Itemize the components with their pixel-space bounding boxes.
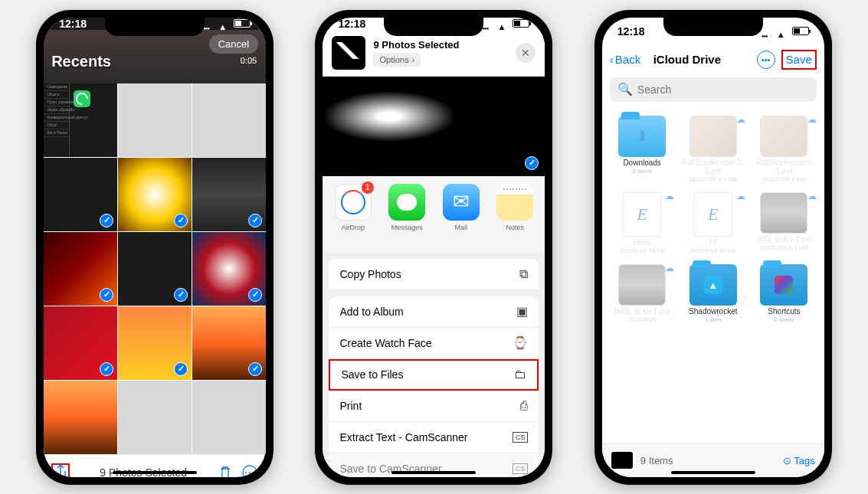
app-notes[interactable]: Notes bbox=[490, 184, 541, 245]
more-button[interactable] bbox=[241, 464, 258, 477]
phone-1: 12:18 Recents Cancel 0:05 Освещение Обои… bbox=[36, 10, 274, 485]
status-time: 12:18 bbox=[617, 25, 645, 38]
grid-cell[interactable] bbox=[192, 232, 266, 306]
grid-cell[interactable] bbox=[118, 232, 192, 306]
check-icon bbox=[248, 288, 262, 302]
folder-icon: ⬇ bbox=[618, 116, 666, 157]
grid-cell[interactable] bbox=[118, 381, 192, 454]
share-button[interactable] bbox=[51, 463, 70, 477]
battery-icon bbox=[792, 27, 809, 35]
check-icon bbox=[100, 362, 113, 376]
grid-cell[interactable] bbox=[44, 381, 117, 454]
grid-cell[interactable] bbox=[44, 306, 117, 380]
download-arrow-icon: ⬇ bbox=[636, 127, 649, 146]
whatsapp-icon bbox=[74, 90, 90, 107]
shortcuts-icon bbox=[775, 276, 793, 294]
cancel-button[interactable]: Cancel bbox=[209, 34, 258, 54]
save-button[interactable]: Save bbox=[781, 50, 817, 70]
mail-icon bbox=[443, 184, 480, 221]
share-header: 9 Photos Selected Options› ✕ bbox=[323, 30, 545, 77]
file-item[interactable]: ☁ IMG_6563-1.pvt 2022/7/25 6.1 MB bbox=[750, 192, 818, 255]
doc-icon: E bbox=[623, 192, 661, 237]
status-time: 12:18 bbox=[59, 18, 87, 30]
preview-area[interactable] bbox=[323, 77, 545, 176]
image-thumb bbox=[760, 192, 807, 234]
folder-icon: ▲ bbox=[689, 264, 737, 306]
preview-thumb bbox=[332, 36, 365, 70]
watch-icon: ⌚ bbox=[513, 335, 528, 350]
grid-cell[interactable]: Освещение Обои и Пункт управления Экран … bbox=[44, 83, 117, 157]
action-extract-text[interactable]: Extract Text - CamScannerCS bbox=[329, 422, 539, 453]
grid-cell[interactable] bbox=[118, 158, 192, 231]
nav-bar: ‹Back iCloud Drive ••• Save bbox=[602, 45, 824, 74]
grid-cell[interactable] bbox=[192, 381, 266, 454]
folder-icon: 🗀 bbox=[514, 368, 526, 381]
cloud-icon: ☁ bbox=[736, 114, 745, 125]
cloud-icon: ☁ bbox=[736, 191, 745, 201]
action-print[interactable]: Print⎙ bbox=[329, 391, 539, 422]
grid-cell[interactable] bbox=[118, 306, 192, 380]
print-icon: ⎙ bbox=[520, 399, 528, 413]
action-save-to-files[interactable]: Save to Files🗀 bbox=[329, 359, 539, 391]
cloud-icon: ☁ bbox=[665, 191, 674, 201]
more-button[interactable]: ••• bbox=[757, 51, 775, 69]
search-input[interactable] bbox=[637, 83, 809, 96]
action-add-to-album[interactable]: Add to Album▣ bbox=[329, 296, 539, 328]
search-field[interactable]: 🔍 bbox=[610, 77, 817, 102]
image-thumb bbox=[689, 116, 737, 157]
home-indicator[interactable] bbox=[113, 471, 197, 474]
grid-cell[interactable] bbox=[44, 158, 117, 231]
photo-grid: Освещение Обои и Пункт управления Экран … bbox=[44, 83, 266, 454]
cloud-icon: ☁ bbox=[665, 263, 674, 273]
close-button[interactable]: ✕ bbox=[516, 43, 536, 63]
tags-button[interactable]: ⊙Tags bbox=[783, 455, 814, 466]
home-indicator[interactable] bbox=[671, 471, 755, 474]
action-create-watch-face[interactable]: Create Watch Face⌚ bbox=[329, 328, 539, 359]
trash-button[interactable] bbox=[217, 464, 234, 477]
file-item[interactable]: ▲ Shadowrocket 1 item bbox=[679, 264, 747, 324]
item-count: 9 Items bbox=[640, 455, 776, 466]
app-rocket-icon: ▲ bbox=[704, 276, 722, 294]
file-item[interactable]: ⬇ Downloads 0 items bbox=[608, 116, 676, 184]
app-mail[interactable]: Mail bbox=[435, 184, 486, 245]
file-item[interactable]: ☁ FullSizeRender-1.pvt 2022/7/25 5 MB bbox=[750, 116, 818, 184]
signal-icon bbox=[762, 28, 774, 35]
check-icon bbox=[174, 362, 188, 376]
action-copy-photos[interactable]: Copy Photos⧉ bbox=[329, 259, 539, 290]
search-icon: 🔍 bbox=[617, 82, 633, 97]
battery-icon bbox=[513, 19, 529, 28]
cs-icon: CS bbox=[513, 432, 529, 443]
svg-point-0 bbox=[243, 466, 257, 477]
home-indicator[interactable] bbox=[391, 471, 476, 474]
file-item[interactable]: ☁ IMG_9245-1.pvt 2022/8/25 bbox=[608, 264, 676, 324]
app-messages[interactable]: Messages bbox=[382, 184, 433, 245]
check-icon bbox=[174, 288, 188, 302]
actions-list: Copy Photos⧉ Add to Album▣ Create Watch … bbox=[323, 253, 545, 477]
doc-icon: E bbox=[694, 192, 732, 237]
grid-cell[interactable] bbox=[118, 83, 192, 157]
file-item[interactable]: ☁ E Hello 2022/6/18 78 KB bbox=[608, 192, 676, 255]
notes-icon bbox=[496, 184, 533, 221]
cloud-icon: ☁ bbox=[807, 191, 817, 201]
check-icon bbox=[248, 214, 262, 227]
grid-cell[interactable] bbox=[44, 232, 117, 306]
grid-cell[interactable] bbox=[192, 83, 266, 157]
file-item[interactable]: ☁ FullSizeRender 2-1.pvt 2022/7/25 4.7 M… bbox=[679, 116, 747, 184]
svg-point-2 bbox=[249, 472, 251, 473]
grid-cell[interactable] bbox=[192, 158, 266, 231]
file-item[interactable]: Shortcuts 0 items bbox=[750, 264, 818, 324]
messages-icon bbox=[388, 184, 425, 221]
bottom-thumb bbox=[611, 452, 633, 469]
grid-cell[interactable] bbox=[192, 306, 266, 380]
app-airdrop[interactable]: 1 AirDrop bbox=[327, 184, 378, 245]
video-duration: 0:05 bbox=[241, 56, 257, 65]
svg-point-1 bbox=[245, 472, 247, 473]
copy-icon: ⧉ bbox=[519, 267, 528, 281]
options-button[interactable]: Options› bbox=[373, 53, 421, 67]
cs-icon: CS bbox=[513, 463, 529, 474]
file-item[interactable]: ☁ E Hi 2022/6/18 46 KB bbox=[679, 192, 747, 255]
signal-icon bbox=[482, 20, 494, 28]
share-apps-row: 1 AirDrop Messages Mail Notes bbox=[323, 176, 545, 253]
check-icon bbox=[525, 156, 539, 170]
files-grid: ⬇ Downloads 0 items ☁ FullSizeRender 2-1… bbox=[602, 105, 824, 443]
